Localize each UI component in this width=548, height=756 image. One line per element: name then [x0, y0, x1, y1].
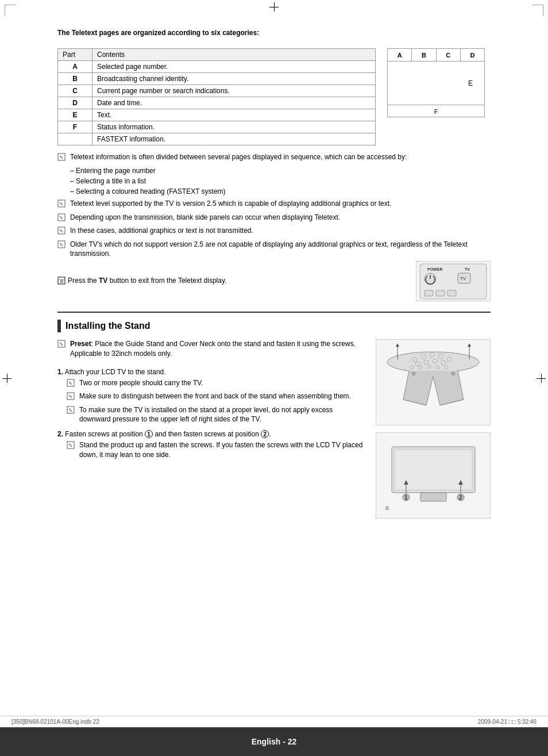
svg-point-48 — [451, 372, 455, 375]
list-item: Selecting a coloured heading (FASTEXT sy… — [70, 186, 491, 197]
corner-mark-tr — [532, 5, 543, 16]
col-part-header: Part — [58, 49, 92, 61]
stand-image-svg-1 — [380, 342, 487, 423]
svg-text:✎: ✎ — [68, 394, 73, 400]
note-item-2: ✎ Teletext level supported by the TV is … — [57, 199, 491, 210]
note-text-5: Older TV's which do not support version … — [70, 240, 491, 259]
svg-text:✎: ✎ — [59, 155, 64, 160]
note-item-1: ✎ Teletext information is often divided … — [57, 152, 491, 163]
svg-text:①: ① — [385, 505, 389, 511]
svg-text:✎: ✎ — [59, 228, 64, 234]
meta-right: 2009-04-21 □□ 5:32:46 — [478, 719, 537, 725]
svg-text:✎: ✎ — [59, 201, 64, 207]
press-tv-row: ⊠ Press the TV button to exit from the T… — [57, 261, 491, 301]
reg-mark-top — [269, 2, 279, 11]
step-1-note-1: ✎ Two or more people should carry the TV… — [67, 378, 364, 389]
svg-text:✎: ✎ — [59, 242, 64, 248]
svg-text:✎: ✎ — [68, 443, 73, 448]
section-header: Installing the Stand — [57, 320, 491, 332]
page-container: The Teletext pages are organized accordi… — [0, 0, 548, 756]
stand-image-svg-2: 1 2 ① — [380, 435, 487, 516]
step-1-note-2-icon: ✎ — [67, 392, 77, 402]
svg-text:TV: TV — [460, 276, 466, 281]
note-text-1: Teletext information is often divided be… — [70, 152, 491, 162]
table-row: B — [58, 73, 92, 85]
step-2-note-1-text: Stand the product up and fasten the scre… — [79, 440, 364, 460]
step-2: 2. Fasten screws at position 1 and then … — [57, 430, 364, 460]
preset-note: ✎ Preset: Place the Guide Stand and Cove… — [57, 339, 364, 359]
table-row: C — [58, 85, 92, 97]
teletext-diagram: A B C D E F — [387, 48, 485, 117]
svg-rect-53 — [420, 493, 446, 501]
preset-note-text: Preset: Place the Guide Stand and Cover … — [70, 339, 364, 359]
note-text-2: Teletext level supported by the TV is ve… — [70, 199, 491, 209]
table-row — [58, 133, 92, 145]
svg-text:2: 2 — [459, 494, 462, 501]
step-2-num: 2. — [57, 430, 63, 438]
svg-rect-21 — [447, 290, 456, 296]
list-item: Selecting a title in a list — [70, 176, 491, 186]
table-row: Selected page number. — [92, 61, 376, 73]
step-1: 1. Attach your LCD TV to the stand. ✎ Tw… — [57, 368, 364, 424]
svg-text:TV: TV — [465, 267, 470, 271]
press-tv-text: ⊠ Press the TV button to exit from the T… — [57, 277, 404, 286]
note-icon-1: ✎ — [57, 153, 68, 163]
note-item-5: ✎ Older TV's which do not support versio… — [57, 240, 491, 259]
content-area: The Teletext pages are organized accordi… — [29, 17, 519, 559]
notes-section: ✎ Teletext information is often divided … — [57, 152, 491, 301]
step-2-note-1-icon: ✎ — [67, 441, 77, 451]
step-1-note-3-text: To make sure the TV is installed on the … — [79, 405, 364, 425]
note-icon-3: ✎ — [57, 213, 68, 224]
step-1-note-2-text: Make sure to distinguish between the fro… — [79, 392, 364, 401]
install-content: ✎ Preset: Place the Guide Stand and Cove… — [57, 339, 491, 519]
teletext-title: The Teletext pages are organized accordi… — [57, 29, 491, 37]
svg-text:✎: ✎ — [68, 381, 73, 386]
stand-image-1 — [376, 339, 491, 425]
table-row: Current page number or search indication… — [92, 85, 376, 97]
note-text-3: Depending upon the transmission, blank s… — [70, 213, 491, 222]
diag-cell-b: B — [412, 49, 436, 61]
svg-text:⊠: ⊠ — [60, 279, 64, 284]
teletext-diagram-area: A B C D E F — [387, 48, 491, 117]
footer-text: English - 22 — [252, 737, 297, 746]
reg-mark-right — [537, 374, 546, 383]
teletext-table-area: Part Contents ASelected page number.BBro… — [57, 48, 376, 145]
step-1-num: 1. — [57, 368, 63, 376]
note-icon-5: ✎ — [57, 240, 68, 251]
svg-text:✎: ✎ — [59, 215, 64, 221]
press-tv-label: Press the TV button to exit from the Tel… — [68, 277, 226, 285]
table-row: Broadcasting channel identity. — [92, 73, 376, 85]
step-1-note-1-text: Two or more people should carry the TV. — [79, 378, 364, 388]
teletext-section: Part Contents ASelected page number.BBro… — [57, 48, 491, 145]
table-row: A — [58, 61, 92, 73]
col-contents-header: Contents — [92, 49, 376, 61]
install-right: 1 2 ① — [376, 339, 491, 519]
step-1-note-3-icon: ✎ — [67, 406, 77, 416]
note-sub-list: Entering the page numberSelecting a titl… — [70, 166, 491, 197]
step-2-note-1: ✎ Stand the product up and fasten the sc… — [67, 440, 364, 460]
step-1-note-1-icon: ✎ — [67, 379, 77, 389]
svg-rect-20 — [436, 290, 445, 296]
remote-svg: POWER TV TV — [419, 263, 488, 300]
table-row: F — [58, 121, 92, 133]
circle-1: 1 — [145, 430, 153, 438]
step-1-note-3: ✎ To make sure the TV is installed on th… — [67, 405, 364, 425]
section-bar-icon — [57, 320, 61, 332]
note-item-4: ✎ In these cases, additional graphics or… — [57, 226, 491, 237]
press-tv-icon: ⊠ — [57, 277, 65, 286]
svg-rect-19 — [424, 290, 433, 296]
svg-point-47 — [412, 372, 415, 375]
reg-mark-left — [2, 374, 11, 383]
table-row: Status information. — [92, 121, 376, 133]
teletext-table: Part Contents ASelected page number.BBro… — [57, 48, 376, 145]
diag-e-label: E — [468, 79, 473, 87]
table-row: D — [58, 97, 92, 109]
note-icon-2: ✎ — [57, 199, 68, 210]
diag-cell-c: C — [437, 49, 461, 61]
table-row: Text. — [92, 109, 376, 121]
diag-cell-d: D — [461, 49, 484, 61]
page-footer: English - 22 — [0, 727, 548, 756]
svg-text:1: 1 — [404, 494, 408, 501]
meta-bar: [350]BN68-02101A-00Eng.indb 22 2009-04-2… — [0, 716, 548, 727]
note-item-3: ✎ Depending upon the transmission, blank… — [57, 213, 491, 224]
